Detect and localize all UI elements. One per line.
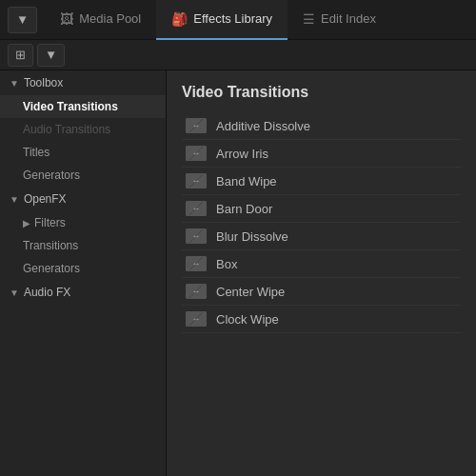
effect-thumbnail-icon xyxy=(186,201,207,216)
sidebar-item-video-transitions[interactable]: Video Transitions xyxy=(0,95,166,118)
effect-list: Additive Dissolve Arrow Iris Band Wipe B… xyxy=(182,112,461,333)
effect-thumbnail-icon xyxy=(186,256,207,271)
effect-thumbnail-icon xyxy=(186,173,207,188)
list-item[interactable]: Blur Dissolve xyxy=(182,223,461,250)
sidebar-item-audio-transitions: Audio Transitions xyxy=(0,118,166,141)
edit-index-icon: ☰ xyxy=(303,11,315,27)
grid-icon: ⊞ xyxy=(15,48,26,62)
effect-thumbnail-icon xyxy=(186,284,207,299)
sidebar-group-toolbox: ▼ Toolbox Video Transitions Audio Transi… xyxy=(0,70,166,187)
second-bar: ⊞ ▼ xyxy=(0,40,476,70)
chevron-down-icon: ▼ xyxy=(45,48,57,62)
list-item[interactable]: Arrow Iris xyxy=(182,140,461,168)
sidebar: ▼ Toolbox Video Transitions Audio Transi… xyxy=(0,70,167,476)
caret-down-icon: ▼ xyxy=(10,194,19,205)
top-bar: ▼ 🖼 Media Pool 🎒 Effects Library ☰ Edit … xyxy=(0,0,476,40)
effect-thumbnail-icon xyxy=(186,118,207,133)
sidebar-item-filters[interactable]: ▶Filters xyxy=(0,211,166,234)
openfx-group-header[interactable]: ▼ OpenFX xyxy=(0,187,166,211)
main-content: ▼ Toolbox Video Transitions Audio Transi… xyxy=(0,70,476,476)
caret-right-icon: ▼ xyxy=(10,288,19,298)
effects-library-icon: 🎒 xyxy=(171,11,188,27)
media-pool-icon: 🖼 xyxy=(60,11,73,27)
top-bar-left: ▼ xyxy=(8,7,37,33)
toolbox-group-header[interactable]: ▼ Toolbox xyxy=(0,70,166,95)
tab-edit-index[interactable]: ☰ Edit Index xyxy=(288,0,391,40)
list-view-dropdown-button[interactable]: ▼ xyxy=(37,44,65,67)
effect-thumbnail-icon xyxy=(186,228,207,244)
caret-right-icon: ▶ xyxy=(23,218,30,228)
sidebar-item-generators[interactable]: Generators xyxy=(0,164,166,187)
effect-thumbnail-icon xyxy=(186,146,207,161)
list-item[interactable]: Box xyxy=(182,250,461,278)
sidebar-item-titles[interactable]: Titles xyxy=(0,141,166,164)
tab-effects-library[interactable]: 🎒 Effects Library xyxy=(156,0,288,40)
list-item[interactable]: Center Wipe xyxy=(182,278,461,306)
caret-down-icon: ▼ xyxy=(10,78,19,89)
content-title: Video Transitions xyxy=(182,84,461,101)
effect-thumbnail-icon xyxy=(186,311,207,327)
sidebar-item-openfx-generators[interactable]: Generators xyxy=(0,257,166,280)
list-item[interactable]: Clock Wipe xyxy=(182,306,461,333)
sidebar-group-openfx: ▼ OpenFX ▶Filters Transitions Generators xyxy=(0,187,166,280)
list-item[interactable]: Band Wipe xyxy=(182,168,461,195)
grid-view-button[interactable]: ⊞ xyxy=(8,44,33,67)
sidebar-item-openfx-transitions[interactable]: Transitions xyxy=(0,234,166,257)
audiofx-group-header[interactable]: ▼ Audio FX xyxy=(0,280,166,305)
sidebar-group-audiofx: ▼ Audio FX xyxy=(0,280,166,305)
tab-media-pool[interactable]: 🖼 Media Pool xyxy=(45,0,156,40)
list-item[interactable]: Barn Door xyxy=(182,195,461,223)
content-area: Video Transitions Additive Dissolve Arro… xyxy=(167,70,476,476)
chevron-down-icon: ▼ xyxy=(16,12,29,27)
list-item[interactable]: Additive Dissolve xyxy=(182,112,461,140)
panel-dropdown-button[interactable]: ▼ xyxy=(8,7,37,33)
